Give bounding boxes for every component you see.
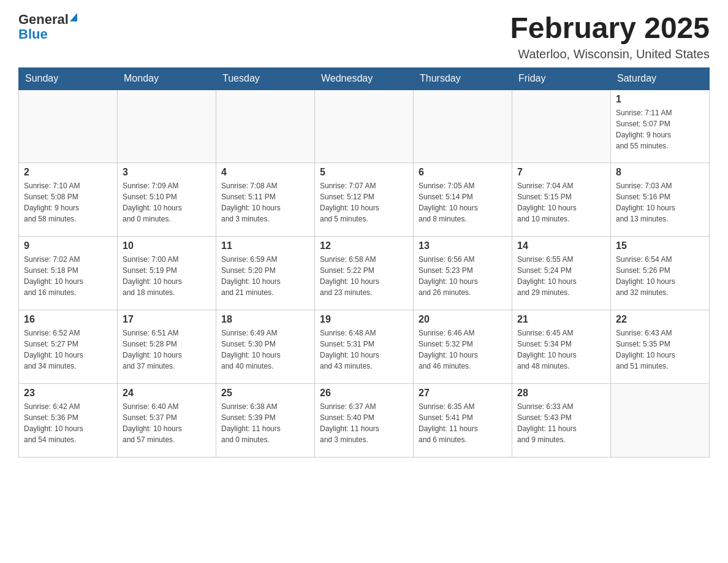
day-info: Sunrise: 7:09 AMSunset: 5:10 PMDaylight:… [123,180,211,224]
day-info: Sunrise: 6:48 AMSunset: 5:31 PMDaylight:… [320,327,408,372]
weekday-header-row: SundayMondayTuesdayWednesdayThursdayFrid… [19,67,710,90]
calendar-cell: 24Sunrise: 6:40 AMSunset: 5:37 PMDayligh… [118,384,216,458]
calendar-cell [414,90,512,163]
weekday-header-sunday: Sunday [19,67,118,90]
day-info: Sunrise: 6:35 AMSunset: 5:41 PMDaylight:… [419,401,507,445]
day-number: 20 [419,314,507,325]
day-number: 6 [419,167,507,178]
week-row-1: 1Sunrise: 7:11 AMSunset: 5:07 PMDaylight… [19,90,710,163]
day-info: Sunrise: 7:00 AMSunset: 5:19 PMDaylight:… [123,254,211,298]
calendar-cell: 20Sunrise: 6:46 AMSunset: 5:32 PMDayligh… [414,310,512,384]
day-number: 5 [320,167,408,178]
calendar-cell: 1Sunrise: 7:11 AMSunset: 5:07 PMDaylight… [611,90,710,163]
day-info: Sunrise: 6:49 AMSunset: 5:30 PMDaylight:… [221,327,309,372]
day-info: Sunrise: 6:59 AMSunset: 5:20 PMDaylight:… [221,254,309,298]
calendar-cell [19,90,118,163]
calendar-cell: 11Sunrise: 6:59 AMSunset: 5:20 PMDayligh… [216,237,315,310]
day-info: Sunrise: 7:05 AMSunset: 5:14 PMDaylight:… [419,180,507,224]
day-info: Sunrise: 6:46 AMSunset: 5:32 PMDaylight:… [419,327,507,372]
day-info: Sunrise: 6:38 AMSunset: 5:39 PMDaylight:… [221,401,309,445]
day-info: Sunrise: 6:45 AMSunset: 5:34 PMDaylight:… [517,327,605,372]
weekday-header-friday: Friday [512,67,611,90]
calendar-cell: 10Sunrise: 7:00 AMSunset: 5:19 PMDayligh… [118,237,216,310]
day-info: Sunrise: 6:43 AMSunset: 5:35 PMDaylight:… [616,327,704,372]
logo-blue-text: Blue [18,27,77,42]
day-number: 28 [517,388,605,399]
calendar-cell: 13Sunrise: 6:56 AMSunset: 5:23 PMDayligh… [414,237,512,310]
calendar-cell: 3Sunrise: 7:09 AMSunset: 5:10 PMDaylight… [118,163,216,237]
day-number: 12 [320,240,408,251]
logo-general-text: General [18,12,69,27]
day-info: Sunrise: 6:58 AMSunset: 5:22 PMDaylight:… [320,254,408,298]
calendar-cell: 2Sunrise: 7:10 AMSunset: 5:08 PMDaylight… [19,163,118,237]
week-row-5: 23Sunrise: 6:42 AMSunset: 5:36 PMDayligh… [19,384,710,458]
calendar-subtitle: Waterloo, Wisconsin, United States [510,47,710,61]
calendar-cell: 5Sunrise: 7:07 AMSunset: 5:12 PMDaylight… [315,163,414,237]
calendar-cell [315,90,414,163]
weekday-header-thursday: Thursday [414,67,512,90]
day-number: 17 [123,314,211,325]
calendar-header: SundayMondayTuesdayWednesdayThursdayFrid… [19,67,710,90]
day-number: 1 [616,94,704,105]
logo: General Blue [18,12,77,42]
day-number: 14 [517,240,605,251]
calendar-cell: 9Sunrise: 7:02 AMSunset: 5:18 PMDaylight… [19,237,118,310]
calendar-cell: 25Sunrise: 6:38 AMSunset: 5:39 PMDayligh… [216,384,315,458]
calendar-cell: 8Sunrise: 7:03 AMSunset: 5:16 PMDaylight… [611,163,710,237]
day-number: 4 [221,167,309,178]
calendar-cell: 4Sunrise: 7:08 AMSunset: 5:11 PMDaylight… [216,163,315,237]
title-area: February 2025 Waterloo, Wisconsin, Unite… [510,12,710,61]
day-info: Sunrise: 7:02 AMSunset: 5:18 PMDaylight:… [24,254,112,298]
calendar-cell: 6Sunrise: 7:05 AMSunset: 5:14 PMDaylight… [414,163,512,237]
calendar-cell: 28Sunrise: 6:33 AMSunset: 5:43 PMDayligh… [512,384,611,458]
calendar-body: 1Sunrise: 7:11 AMSunset: 5:07 PMDaylight… [19,90,710,458]
day-info: Sunrise: 6:51 AMSunset: 5:28 PMDaylight:… [123,327,211,372]
weekday-header-monday: Monday [118,67,216,90]
logo-triangle-icon [70,13,77,21]
calendar-cell: 18Sunrise: 6:49 AMSunset: 5:30 PMDayligh… [216,310,315,384]
calendar-cell: 21Sunrise: 6:45 AMSunset: 5:34 PMDayligh… [512,310,611,384]
calendar-cell: 22Sunrise: 6:43 AMSunset: 5:35 PMDayligh… [611,310,710,384]
week-row-2: 2Sunrise: 7:10 AMSunset: 5:08 PMDaylight… [19,163,710,237]
calendar-table: SundayMondayTuesdayWednesdayThursdayFrid… [18,67,710,458]
calendar-cell: 15Sunrise: 6:54 AMSunset: 5:26 PMDayligh… [611,237,710,310]
week-row-3: 9Sunrise: 7:02 AMSunset: 5:18 PMDaylight… [19,237,710,310]
day-info: Sunrise: 7:07 AMSunset: 5:12 PMDaylight:… [320,180,408,224]
day-number: 23 [24,388,112,399]
weekday-header-saturday: Saturday [611,67,710,90]
day-info: Sunrise: 7:04 AMSunset: 5:15 PMDaylight:… [517,180,605,224]
day-info: Sunrise: 7:08 AMSunset: 5:11 PMDaylight:… [221,180,309,224]
day-number: 9 [24,240,112,251]
day-number: 15 [616,240,704,251]
day-number: 8 [616,167,704,178]
calendar-cell: 17Sunrise: 6:51 AMSunset: 5:28 PMDayligh… [118,310,216,384]
day-number: 19 [320,314,408,325]
calendar-cell: 19Sunrise: 6:48 AMSunset: 5:31 PMDayligh… [315,310,414,384]
day-number: 27 [419,388,507,399]
day-number: 11 [221,240,309,251]
day-info: Sunrise: 6:37 AMSunset: 5:40 PMDaylight:… [320,401,408,445]
day-info: Sunrise: 6:33 AMSunset: 5:43 PMDaylight:… [517,401,605,445]
calendar-cell: 27Sunrise: 6:35 AMSunset: 5:41 PMDayligh… [414,384,512,458]
calendar-cell: 23Sunrise: 6:42 AMSunset: 5:36 PMDayligh… [19,384,118,458]
calendar-cell [118,90,216,163]
calendar-cell [512,90,611,163]
day-number: 16 [24,314,112,325]
calendar-cell: 16Sunrise: 6:52 AMSunset: 5:27 PMDayligh… [19,310,118,384]
day-number: 25 [221,388,309,399]
day-number: 10 [123,240,211,251]
day-info: Sunrise: 6:40 AMSunset: 5:37 PMDaylight:… [123,401,211,445]
day-info: Sunrise: 7:11 AMSunset: 5:07 PMDaylight:… [616,107,704,151]
day-info: Sunrise: 6:56 AMSunset: 5:23 PMDaylight:… [419,254,507,298]
calendar-cell: 7Sunrise: 7:04 AMSunset: 5:15 PMDaylight… [512,163,611,237]
page-header: General Blue February 2025 Waterloo, Wis… [18,12,710,61]
day-info: Sunrise: 7:03 AMSunset: 5:16 PMDaylight:… [616,180,704,224]
day-info: Sunrise: 6:42 AMSunset: 5:36 PMDaylight:… [24,401,112,445]
day-number: 22 [616,314,704,325]
day-number: 7 [517,167,605,178]
day-info: Sunrise: 7:10 AMSunset: 5:08 PMDaylight:… [24,180,112,224]
day-number: 3 [123,167,211,178]
day-info: Sunrise: 6:54 AMSunset: 5:26 PMDaylight:… [616,254,704,298]
day-info: Sunrise: 6:52 AMSunset: 5:27 PMDaylight:… [24,327,112,372]
day-number: 21 [517,314,605,325]
